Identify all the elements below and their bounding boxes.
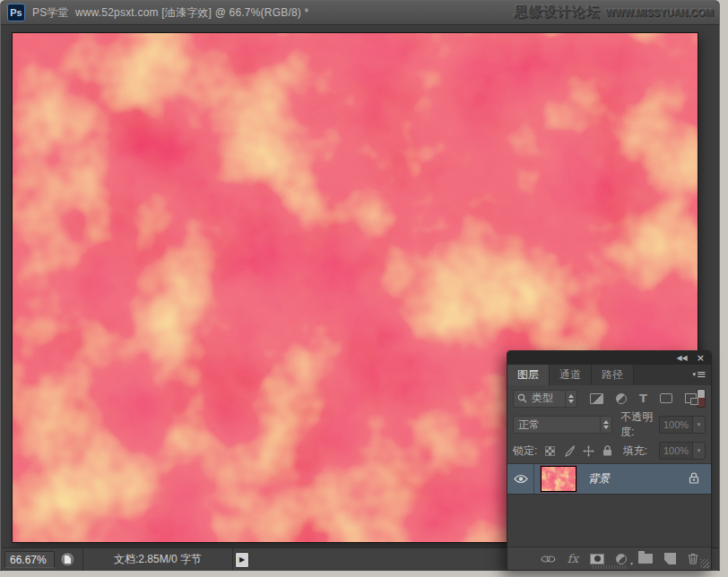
layers-panel: ◀◀ × 图层 通道 路径 ▾ ≡ 类型	[507, 350, 712, 571]
link-layers-icon[interactable]	[541, 555, 556, 564]
blend-mode-value: 正常	[514, 418, 600, 433]
search-icon	[517, 393, 527, 403]
tab-channels[interactable]: 通道	[550, 365, 592, 385]
opacity-label: 不透明度:	[620, 409, 655, 440]
opacity-value: 100%	[660, 419, 692, 430]
layer-row-background[interactable]: 背景	[507, 464, 711, 495]
blend-mode-row: 正常 不透明度: 100% ▾	[507, 411, 711, 438]
watermark-chinese: 思缘设计论坛	[515, 4, 601, 21]
document-preview-icon[interactable]	[60, 552, 75, 567]
filter-icons: T	[590, 392, 697, 405]
spinner-icon	[565, 391, 576, 407]
photoshop-app-icon: Ps	[7, 4, 25, 22]
caret-icon: ▾	[693, 371, 697, 378]
caret-down-icon: ▾	[692, 417, 705, 433]
close-panel-icon[interactable]: ×	[697, 353, 705, 363]
panel-bottom-bar: fx ▾	[507, 547, 711, 570]
filter-shape-layers-icon[interactable]	[660, 393, 672, 403]
lock-all-icon[interactable]	[602, 445, 612, 456]
layer-thumbnail[interactable]	[541, 466, 576, 492]
visibility-toggle[interactable]	[507, 464, 534, 494]
tab-layers[interactable]: 图层	[507, 365, 550, 385]
filter-type-layers-icon[interactable]: T	[639, 392, 647, 405]
title-bar[interactable]: Ps PS学堂 www.52psxt.com [油漆字效] @ 66.7%(RG…	[1, 1, 719, 25]
layer-lock-icon	[689, 471, 699, 487]
new-group-folder-icon[interactable]	[638, 554, 653, 564]
panel-header[interactable]: ◀◀ ×	[507, 351, 711, 365]
eye-icon	[514, 474, 528, 484]
opacity-input[interactable]: 100% ▾	[659, 416, 706, 434]
menu-lines-icon: ≡	[697, 368, 706, 380]
new-adjustment-layer-icon[interactable]: ▾	[616, 554, 627, 564]
lock-label: 锁定:	[513, 444, 537, 459]
watermark-url: WWW.MISSYUAN.COM	[606, 7, 714, 18]
photoshop-window: Ps PS学堂 www.52psxt.com [油漆字效] @ 66.7%(RG…	[0, 0, 720, 571]
zoom-level-field[interactable]: 66.67%	[4, 551, 55, 568]
window-title: PS学堂 www.52psxt.com [油漆字效] @ 66.7%(RGB/8…	[32, 5, 308, 21]
filter-smart-objects-icon[interactable]	[685, 393, 697, 403]
fill-input[interactable]: 100% ▾	[659, 442, 706, 460]
panel-resize-grip[interactable]	[700, 559, 709, 568]
panel-tabs: 图层 通道 路径 ▾ ≡	[507, 365, 711, 385]
fill-label: 填充:	[623, 444, 647, 459]
blend-mode-dropdown[interactable]: 正常	[513, 416, 612, 434]
filter-adjustment-layers-icon[interactable]	[616, 393, 627, 404]
status-options-button[interactable]: ▶	[235, 552, 249, 568]
watermark: 思缘设计论坛 WWW.MISSYUAN.COM	[515, 4, 714, 21]
panel-drag-grip[interactable]	[593, 565, 627, 569]
layer-name[interactable]: 背景	[588, 471, 689, 487]
lock-pixels-brush-icon[interactable]	[563, 445, 575, 457]
lock-row: 锁定: 填充:	[507, 438, 711, 463]
add-layer-mask-icon[interactable]	[590, 554, 604, 564]
filter-pixel-layers-icon[interactable]	[590, 393, 603, 404]
new-layer-icon[interactable]	[664, 553, 676, 564]
collapse-panel-icon[interactable]: ◀◀	[676, 355, 687, 362]
spinner-icon	[600, 417, 611, 433]
tab-paths[interactable]: 路径	[592, 365, 634, 385]
filter-type-label: 类型	[527, 391, 565, 406]
layer-style-fx-icon[interactable]: fx	[568, 552, 578, 565]
delete-layer-trash-icon[interactable]	[688, 553, 698, 564]
document-size-info[interactable]: 文档:2.85M/0 字节	[82, 548, 233, 571]
layer-filter-row: 类型 T	[507, 385, 711, 411]
panel-menu-icon[interactable]: ▾ ≡	[693, 368, 706, 380]
caret-down-icon: ▾	[692, 443, 705, 459]
layer-list: 背景	[507, 463, 711, 547]
lock-transparency-icon[interactable]	[545, 446, 555, 456]
caret-down-icon: ▾	[630, 560, 633, 566]
lock-position-move-icon[interactable]	[583, 445, 594, 457]
fill-value: 100%	[660, 445, 692, 456]
filter-type-dropdown[interactable]: 类型	[513, 390, 577, 408]
